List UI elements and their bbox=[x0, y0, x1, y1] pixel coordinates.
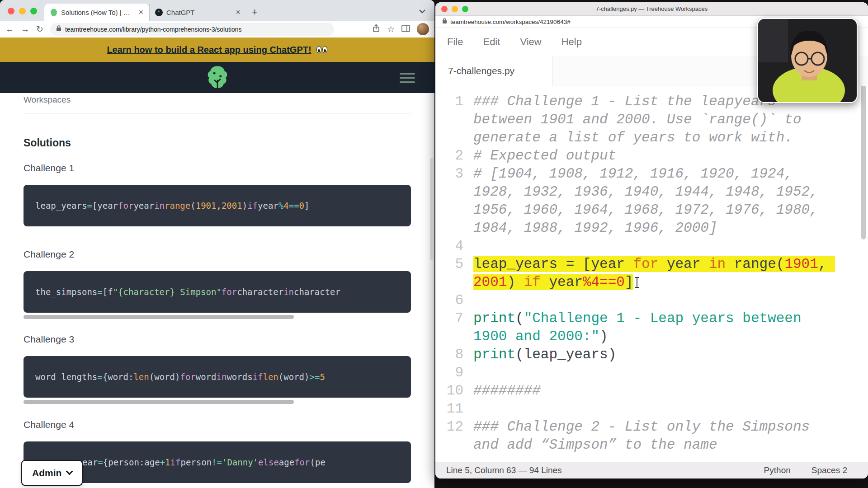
browser-vertical-scrollbar[interactable] bbox=[430, 158, 434, 260]
editor-vertical-scrollbar[interactable] bbox=[861, 86, 866, 239]
tab-chatgpt[interactable]: * ChatGPT × bbox=[149, 4, 246, 21]
close-tab-icon[interactable]: × bbox=[234, 8, 242, 16]
profile-avatar[interactable] bbox=[417, 23, 429, 35]
minimize-window-button[interactable] bbox=[19, 8, 26, 14]
solutions-page: Workspaces Solutions Challenge 1 leap_ye… bbox=[0, 95, 434, 483]
challenge-3-code-block: word_lengths = {word: len(word) for word… bbox=[24, 356, 411, 398]
editor-line[interactable]: 10######## bbox=[435, 382, 868, 400]
webcam-overlay bbox=[757, 18, 858, 103]
url-text: teamtreehouse.com/workspaces/42190643# bbox=[450, 19, 571, 25]
editor-line[interactable]: 2# Expected output bbox=[435, 147, 868, 165]
line-number: 7 bbox=[435, 310, 463, 346]
tab-search-chevron-icon[interactable] bbox=[410, 7, 434, 21]
line-number: 8 bbox=[435, 346, 463, 364]
reload-icon[interactable]: ↻ bbox=[36, 25, 43, 33]
text-cursor-ibeam bbox=[637, 277, 637, 288]
language-mode[interactable]: Python bbox=[764, 465, 791, 475]
close-window-button[interactable] bbox=[8, 8, 14, 14]
line-number: 2 bbox=[435, 147, 463, 165]
promo-banner-text: Learn how to build a React app using Cha… bbox=[107, 45, 311, 55]
lock-icon bbox=[442, 18, 447, 26]
editor-line[interactable]: 9 bbox=[435, 364, 868, 382]
menu-file[interactable]: File bbox=[447, 36, 463, 48]
forward-icon[interactable]: → bbox=[21, 25, 29, 33]
site-header bbox=[0, 62, 434, 93]
line-number: 3 bbox=[435, 165, 463, 237]
hamburger-menu-icon[interactable] bbox=[400, 73, 415, 86]
treehouse-favicon-icon bbox=[50, 9, 57, 16]
close-tab-icon[interactable]: × bbox=[137, 8, 145, 16]
file-tab[interactable]: 7-challenges.py bbox=[435, 56, 553, 86]
challenge-2-code-block: the_simpsons = [f"{character} Simpson" f… bbox=[24, 271, 411, 313]
browser-tab-strip: Solutions (How To) | Python Co × * ChatG… bbox=[0, 0, 434, 21]
editor-line[interactable]: 7print("Challenge 1 - Leap years between… bbox=[435, 310, 868, 346]
admin-button[interactable]: Admin bbox=[21, 460, 83, 486]
line-number: 10 bbox=[435, 382, 463, 400]
new-tab-button[interactable]: + bbox=[246, 6, 263, 21]
editor-line[interactable]: 11 bbox=[435, 400, 868, 418]
promo-banner-link[interactable]: Learn how to build a React app using Cha… bbox=[0, 38, 434, 62]
toolbar-right-icons: ☆ bbox=[372, 23, 429, 35]
admin-button-label: Admin bbox=[32, 468, 61, 479]
challenge-2-label: Challenge 2 bbox=[24, 249, 411, 260]
horizontal-scrollbar[interactable] bbox=[24, 315, 411, 319]
url-text: teamtreehouse.com/library/python-compreh… bbox=[65, 26, 242, 33]
treehouse-logo-icon[interactable] bbox=[207, 66, 228, 90]
browser-toolbar: ← → ↻ teamtreehouse.com/library/python-c… bbox=[0, 21, 434, 38]
back-icon[interactable]: ← bbox=[5, 25, 14, 33]
editor-line[interactable]: 3# [1904, 1908, 1912, 1916, 1920, 1924, … bbox=[435, 165, 868, 237]
chatgpt-favicon-icon: * bbox=[155, 9, 163, 16]
line-number: 1 bbox=[435, 93, 463, 147]
editor-line[interactable]: 5leap_years = [year for year in range(19… bbox=[435, 255, 868, 291]
line-number: 11 bbox=[435, 400, 463, 418]
eyes-emoji-icon bbox=[316, 46, 328, 53]
menu-view[interactable]: View bbox=[520, 36, 541, 48]
line-number: 4 bbox=[435, 237, 463, 255]
zoom-window-button[interactable] bbox=[30, 8, 37, 14]
editor-line[interactable]: 8print(leap_years) bbox=[435, 346, 868, 364]
line-number: 12 bbox=[435, 418, 463, 454]
challenge-1-code-block: leap_years = [year for year in range(190… bbox=[24, 185, 411, 226]
address-bar[interactable]: teamtreehouse.com/library/python-compreh… bbox=[50, 23, 334, 36]
indent-setting[interactable]: Spaces 2 bbox=[811, 465, 847, 475]
challenge-4-label: Challenge 4 bbox=[24, 419, 411, 430]
editor-line[interactable]: 4 bbox=[435, 237, 868, 255]
horizontal-scrollbar[interactable] bbox=[24, 400, 411, 404]
breadcrumb[interactable]: Workspaces bbox=[24, 95, 411, 105]
challenge-1-label: Challenge 1 bbox=[24, 163, 411, 174]
editor-line[interactable]: 12### Challenge 2 - List only the Simpso… bbox=[435, 418, 868, 454]
tab-title: Solutions (How To) | Python Co bbox=[61, 9, 133, 16]
window-controls bbox=[0, 8, 44, 21]
divider bbox=[24, 113, 411, 113]
code-editor[interactable]: 1### Challenge 1 - List the leapyears be… bbox=[435, 86, 868, 462]
webcam-person bbox=[758, 19, 858, 103]
editor-line[interactable]: 6 bbox=[435, 291, 868, 310]
workspace-title-bar: 7-challenges.py — Treehouse Workspaces bbox=[435, 2, 868, 16]
bookmark-star-icon[interactable]: ☆ bbox=[387, 25, 395, 33]
lock-icon bbox=[56, 25, 61, 33]
browser-window: Solutions (How To) | Python Co × * ChatG… bbox=[0, 0, 434, 488]
editor-lines: 1### Challenge 1 - List the leapyears be… bbox=[435, 93, 868, 454]
selection-highlight: leap_years = [year for year in range(190… bbox=[473, 256, 835, 290]
menu-help[interactable]: Help bbox=[561, 36, 582, 48]
side-panel-icon[interactable] bbox=[401, 25, 410, 34]
cursor-position-text: Line 5, Column 63 — 94 Lines bbox=[446, 465, 562, 475]
page-title: Solutions bbox=[24, 137, 411, 149]
line-number: 6 bbox=[435, 291, 463, 310]
editor-status-bar: Line 5, Column 63 — 94 Lines Python Spac… bbox=[435, 462, 868, 479]
chevron-down-icon bbox=[66, 468, 73, 475]
tab-title: ChatGPT bbox=[166, 9, 231, 16]
line-number: 5 bbox=[435, 255, 463, 291]
line-number: 9 bbox=[435, 364, 463, 382]
challenge-3-label: Challenge 3 bbox=[24, 334, 411, 345]
menu-edit[interactable]: Edit bbox=[483, 36, 500, 48]
share-icon[interactable] bbox=[372, 24, 380, 34]
tab-solutions[interactable]: Solutions (How To) | Python Co × bbox=[44, 4, 149, 21]
window-title: 7-challenges.py — Treehouse Workspaces bbox=[435, 5, 868, 12]
